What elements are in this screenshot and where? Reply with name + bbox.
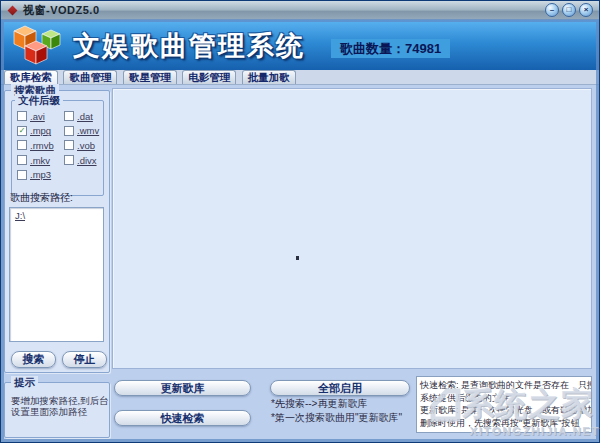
search-songs-group: 搜索歌曲 文件后缀 .avi .dat ✓ .mpg .wmv — [4, 90, 110, 373]
file-extension-group: 文件后缀 .avi .dat ✓ .mpg .wmv — [11, 100, 104, 196]
info-line: 快速检索: 是查询歌曲的文件是否存在，只搜索 — [420, 379, 588, 392]
ext-checkbox-mpg[interactable]: ✓ .mpg — [17, 125, 64, 136]
extension-checkbox-grid: .avi .dat ✓ .mpg .wmv .rmvb — [17, 109, 101, 182]
ext-label: .vob — [77, 140, 95, 151]
banner: 文娱歌曲管理系统 歌曲数量： 74981 — [1, 20, 599, 70]
ext-checkbox-mp3[interactable]: .mp3 — [17, 169, 64, 180]
checkbox-box[interactable]: ✓ — [17, 126, 27, 136]
action-note: *先搜索-->再更新歌库 — [271, 397, 367, 411]
ext-checkbox-dat[interactable]: .dat — [64, 111, 101, 122]
search-path-label: 歌曲搜索路径: — [10, 191, 73, 205]
enable-all-button[interactable]: 全部启用 — [270, 380, 410, 396]
song-count-badge: 歌曲数量： 74981 — [331, 39, 450, 58]
checkbox-box[interactable] — [64, 111, 74, 121]
checkbox-box[interactable] — [17, 140, 27, 150]
close-button[interactable]: × — [579, 3, 593, 17]
checkbox-box[interactable] — [64, 126, 74, 136]
window-title: 视窗-VODZ5.0 — [23, 3, 100, 18]
ext-label: .divx — [77, 155, 97, 166]
tab-library-search[interactable]: 歌库检索 — [4, 70, 58, 84]
checkbox-box[interactable] — [17, 170, 27, 180]
action-note: *第一次搜索歌曲用"更新歌库" — [271, 411, 402, 425]
hint-text: 要增加搜索路径,到后台 设置里面添加路径 — [5, 395, 109, 417]
tab-song-manage[interactable]: 歌曲管理 — [63, 70, 117, 84]
hint-group-title: 提示 — [11, 376, 38, 390]
tab-movie-manage[interactable]: 电影管理 — [182, 70, 236, 84]
checkbox-box[interactable] — [17, 155, 27, 165]
results-panel — [112, 88, 592, 369]
ext-checkbox-mkv[interactable]: .mkv — [17, 155, 64, 166]
ext-label: .mkv — [30, 155, 50, 166]
ext-checkbox-wmv[interactable]: .wmv — [64, 125, 101, 136]
ext-label: .wmv — [77, 125, 99, 136]
hint-line: 设置里面添加路径 — [5, 406, 109, 417]
hint-line: 要增加搜索路径,到后台 — [5, 395, 109, 406]
screen-speck — [296, 256, 299, 260]
quick-check-button[interactable]: 快速检索 — [114, 410, 251, 426]
update-library-button[interactable]: 更新歌库 — [114, 380, 251, 396]
app-logo-cubes-icon — [11, 22, 67, 68]
tab-batch-add[interactable]: 批量加歌 — [242, 70, 296, 84]
maximize-button[interactable]: □ — [562, 3, 576, 17]
info-line: 更新歌库: 是第一次搜索光盘，或有歌曲增加、 — [420, 404, 588, 417]
checkbox-box[interactable] — [17, 111, 27, 121]
ext-checkbox-avi[interactable]: .avi — [17, 111, 64, 122]
checkbox-box[interactable] — [64, 140, 74, 150]
app-title: 文娱歌曲管理系统 — [73, 28, 305, 64]
help-info-box: 快速检索: 是查询歌曲的文件是否存在，只搜索 系统提供后缀名的文件 更新歌库: … — [416, 376, 592, 433]
window-controls: – □ × — [545, 3, 593, 17]
search-path-listbox[interactable]: J:\ — [9, 207, 104, 342]
app-icon — [8, 6, 18, 16]
hint-group: 提示 要增加搜索路径,到后台 设置里面添加路径 — [4, 382, 110, 438]
ext-label: .avi — [30, 111, 45, 122]
ext-label: .mp3 — [30, 169, 51, 180]
title-bar[interactable]: 视窗-VODZ5.0 – □ × — [1, 1, 599, 21]
minimize-button[interactable]: – — [545, 3, 559, 17]
ext-label: .rmvb — [30, 140, 54, 151]
stop-button[interactable]: 停止 — [62, 351, 107, 368]
ext-checkbox-divx[interactable]: .divx — [64, 155, 101, 166]
info-line: 系统提供后缀名的文件 — [420, 392, 588, 405]
song-count-label: 歌曲数量： — [340, 40, 405, 58]
ext-checkbox-vob[interactable]: .vob — [64, 140, 101, 151]
tab-singer-manage[interactable]: 歌星管理 — [123, 70, 177, 84]
checkbox-box[interactable] — [64, 155, 74, 165]
ext-checkbox-rmvb[interactable]: .rmvb — [17, 140, 64, 151]
ext-label: .mpg — [30, 125, 51, 136]
application-window: 视窗-VODZ5.0 – □ × 文娱歌曲管理系统 歌曲数量： 74981 — [0, 0, 600, 443]
search-button[interactable]: 搜索 — [11, 351, 56, 368]
file-extension-group-title: 文件后缀 — [15, 94, 63, 108]
info-line: 删除时使用，先搜索再按"更新歌库"按钮 — [420, 417, 588, 430]
search-path-item[interactable]: J:\ — [10, 208, 103, 221]
ext-label: .dat — [77, 111, 93, 122]
tab-bar: 歌库检索 歌曲管理 歌星管理 电影管理 批量加歌 — [1, 70, 599, 85]
song-count-value: 74981 — [405, 41, 441, 56]
